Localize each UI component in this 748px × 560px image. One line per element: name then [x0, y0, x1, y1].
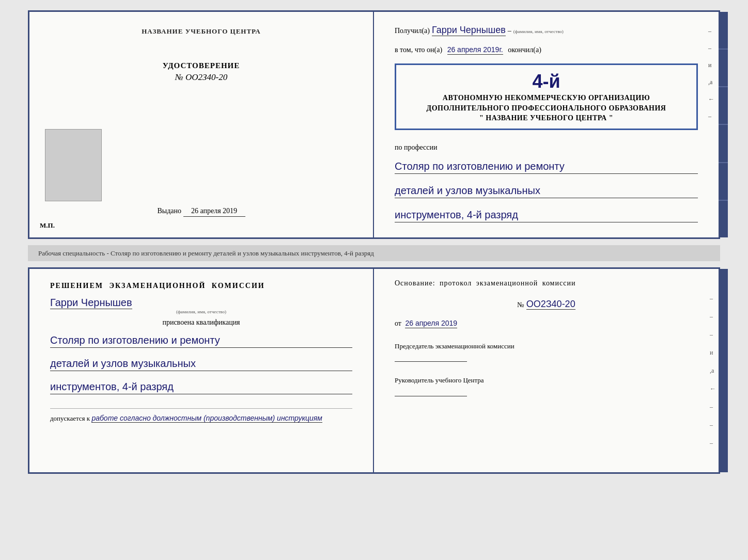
resheniem-text: Решением экзаменационной комиссии — [50, 282, 352, 290]
rukovoditel-block: Руководитель учебного Центра — [395, 376, 698, 396]
profession-line2: деталей и узлов музыкальных — [395, 183, 698, 198]
stamp-number: 4-й — [404, 72, 689, 91]
okonchil-label: окончил(а) — [508, 46, 541, 54]
udostoverenie-block: УДОСТОВЕРЕНИЕ № OO2З40-20 — [163, 61, 240, 83]
vtom-date: 26 апреля 2019г. — [447, 45, 503, 55]
side-marks-bottom: – – – и ,а ← – – – — [710, 295, 716, 447]
top-doc-left: НАЗВАНИЕ УЧЕБНОГО ЦЕНТРА УДОСТОВЕРЕНИЕ №… — [29, 12, 374, 237]
bottom-document: Решением экзаменационной комиссии Гарри … — [28, 267, 720, 474]
bottom-number-block: № OO2З40-20 — [395, 299, 698, 310]
mp-label: М.П. — [40, 221, 55, 230]
vtom-label: в том, что он(а) — [395, 46, 442, 54]
bottom-name-block: Гарри Чернышев (фамилия, имя, отчество) — [50, 294, 352, 314]
fio-sublabel: (фамилия, имя, отчество) — [513, 29, 564, 34]
dopuskaetsya-label: допускается к — [50, 414, 90, 422]
ot-date: 26 апреля 2019 — [405, 319, 457, 328]
bottom-name-handwritten: Гарри Чернышев — [50, 297, 132, 309]
doc-spine-top — [719, 12, 728, 237]
udostoverenie-title: УДОСТОВЕРЕНИЕ — [163, 61, 240, 70]
stamp-line2: ДОПОЛНИТЕЛЬНОГО ПРОФЕССИОНАЛЬНОГО ОБРАЗО… — [404, 103, 689, 114]
bottom-qualification-1: Столяр по изготовлению и ремонту — [50, 333, 352, 348]
doc-spine-bottom — [719, 269, 728, 472]
stamp-line1: АВТОНОМНУЮ НЕКОММЕРЧЕСКУЮ ОРГАНИЗАЦИЮ — [404, 93, 689, 103]
udostoverenie-number: № OO2З40-20 — [163, 72, 240, 83]
recipient-name: Гарри Чернышев — [432, 25, 506, 36]
dopuskaetsya-block: допускается к работе согласно должностны… — [50, 408, 352, 423]
stamp-line3: " НАЗВАНИЕ УЧЕБНОГО ЦЕНТРА " — [404, 113, 689, 123]
bottom-doc-left: Решением экзаменационной комиссии Гарри … — [29, 269, 374, 472]
vtom-line: в том, что он(а) 26 апреля 2019г. окончи… — [395, 45, 698, 54]
ot-line: от 26 апреля 2019 — [395, 319, 698, 328]
vidano-date: 26 апреля 2019 — [183, 207, 245, 217]
side-marks-top: – – и ,а ← – — [708, 27, 714, 120]
vidano-label: Выдано — [157, 207, 181, 215]
number-label: № — [517, 301, 524, 309]
profession-line1: Столяр по изготовлению и ремонту — [395, 159, 698, 174]
top-document: НАЗВАНИЕ УЧЕБНОГО ЦЕНТРА УДОСТОВЕРЕНИЕ №… — [28, 10, 720, 239]
separator: Рабочая специальность - Столяр по изгото… — [28, 245, 720, 262]
dash1: – — [508, 27, 511, 35]
rukovoditel-title: Руководитель учебного Центра — [395, 376, 698, 385]
top-left-title: НАЗВАНИЕ УЧЕБНОГО ЦЕНТРА — [142, 27, 261, 36]
predsedatel-title: Председатель экзаменационной комиссии — [395, 342, 698, 351]
predsedatel-block: Председатель экзаменационной комиссии — [395, 342, 698, 362]
rukovoditel-signature-line — [395, 396, 467, 396]
poluchil-label: Получил(а) — [395, 27, 430, 35]
poluchil-line: Получил(а) Гарри Чернышев – (фамилия, им… — [395, 25, 698, 36]
osnovanie-text: Основание: протокол экзаменационной коми… — [395, 279, 698, 287]
bottom-qualification-3: инструментов, 4-й разряд — [50, 379, 352, 394]
predsedatel-signature-line — [395, 361, 467, 362]
bottom-number: OO2З40-20 — [526, 299, 575, 310]
photo-placeholder — [45, 129, 102, 201]
vidano-block: Выдано 26 апреля 2019 — [157, 207, 245, 222]
bottom-doc-right: Основание: протокол экзаменационной коми… — [374, 269, 719, 472]
bottom-qualification-2: деталей и узлов музыкальных — [50, 356, 352, 371]
top-doc-right: Получил(а) Гарри Чернышев – (фамилия, им… — [374, 12, 719, 237]
po-professii-label: по профессии — [395, 143, 698, 152]
ot-label: от — [395, 319, 401, 327]
prisvoena-text: присвоена квалификация — [50, 318, 352, 327]
dopuskaetsya-value: работе согласно должностным (производств… — [91, 414, 322, 423]
profession-line3: инструментов, 4-й разряд — [395, 207, 698, 222]
stamp-block: 4-й АВТОНОМНУЮ НЕКОММЕРЧЕСКУЮ ОРГАНИЗАЦИ… — [395, 63, 698, 130]
bottom-fio-sublabel: (фамилия, имя, отчество) — [50, 309, 352, 314]
